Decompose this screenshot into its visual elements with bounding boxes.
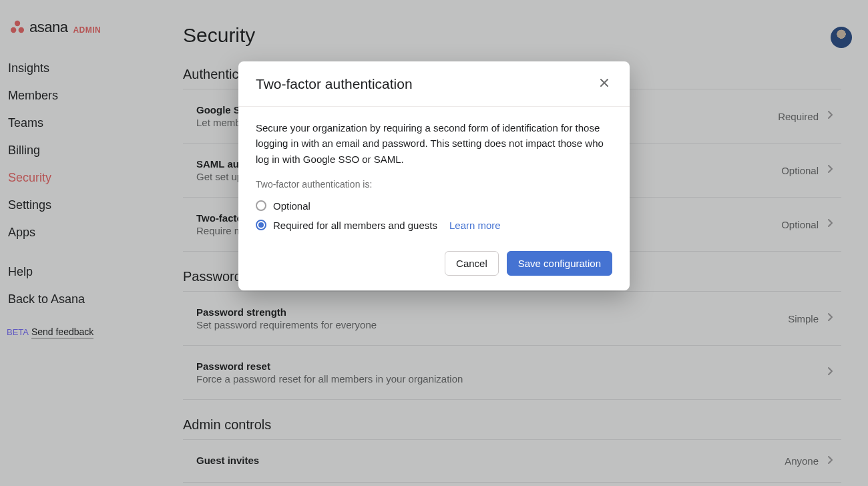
radio-group-label: Two-factor authentication is: [256,179,612,190]
learn-more-link[interactable]: Learn more [449,220,501,231]
radio-option-required[interactable]: Required for all members and guests Lear… [256,216,612,235]
radio-label: Optional [273,200,310,212]
modal-title: Two-factor authentication [256,76,413,92]
radio-label: Required for all members and guests [273,220,437,231]
radio-icon [256,200,266,211]
close-icon [599,80,610,90]
radio-icon [256,220,266,230]
modal-body: Secure your organization by requiring a … [238,107,630,239]
modal-header: Two-factor authentication [238,61,630,107]
cancel-button[interactable]: Cancel [445,251,499,276]
modal-description: Secure your organization by requiring a … [256,120,612,167]
save-button[interactable]: Save configuration [507,251,612,276]
close-button[interactable] [596,75,612,93]
modal-2fa: Two-factor authentication Secure your or… [238,61,630,290]
radio-option-optional[interactable]: Optional [256,196,612,216]
modal-footer: Cancel Save configuration [238,239,630,290]
modal-overlay[interactable]: Two-factor authentication Secure your or… [0,0,868,486]
